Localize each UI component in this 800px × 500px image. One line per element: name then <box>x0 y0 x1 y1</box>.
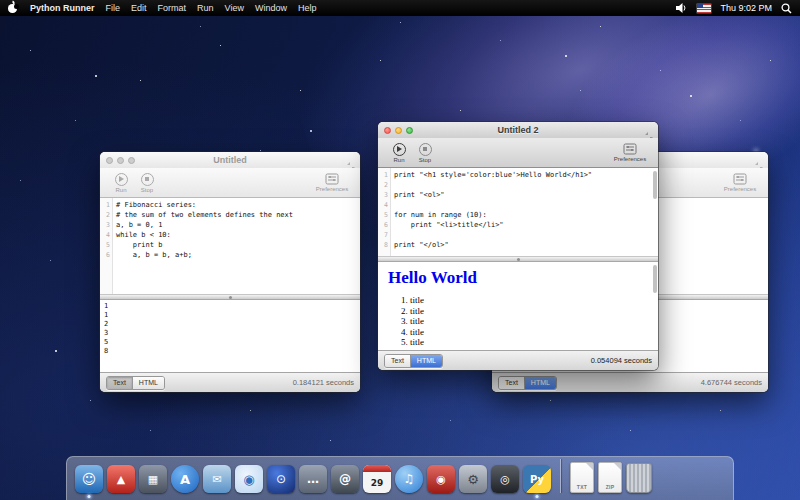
code-editor[interactable]: 1 2 3 4 5 6 7 8 print "<h1 style='color:… <box>378 168 658 256</box>
fullscreen-icon[interactable] <box>755 156 763 164</box>
code-line: print "<ol>" <box>394 190 658 200</box>
menu-file[interactable]: File <box>106 3 121 13</box>
rocket-icon: ▲ <box>107 465 135 493</box>
menu-app-name[interactable]: Python Runner <box>30 3 95 13</box>
splitter-grip-icon <box>517 258 520 261</box>
output-line: 3 <box>104 329 356 338</box>
menu-run[interactable]: Run <box>197 3 214 13</box>
camera-icon: ◎ <box>491 465 519 493</box>
stop-button[interactable]: Stop <box>412 143 438 163</box>
dock-icon-rocket[interactable]: ▲ <box>107 465 135 493</box>
zoom-button[interactable] <box>406 127 413 134</box>
scrollbar-thumb[interactable] <box>653 265 657 293</box>
minimize-button[interactable] <box>117 157 124 164</box>
title-bar[interactable]: Untitled <box>100 152 360 168</box>
minimize-button[interactable] <box>395 127 402 134</box>
dock-icon-calendar[interactable]: 29 <box>363 465 391 493</box>
output-line: 1 <box>104 302 356 311</box>
code-lines: print "<h1 style='color:blue'>Hello Worl… <box>391 168 658 256</box>
spotlight-icon[interactable] <box>781 3 792 14</box>
dock-separator <box>560 459 561 493</box>
html-output-pane[interactable]: Hello World title title title title titl… <box>378 262 658 350</box>
output-list: title title title title title title <box>410 295 648 350</box>
stop-icon <box>419 143 432 156</box>
dock-icon-safari[interactable]: ◉ <box>235 465 263 493</box>
text-mode-button[interactable]: Text <box>107 377 132 389</box>
list-item: title <box>410 348 648 351</box>
dock-icon-chat[interactable]: … <box>299 465 327 493</box>
menu-clock[interactable]: Thu 9:02 PM <box>720 3 772 13</box>
toolbar: Run Stop Preferences <box>378 138 658 168</box>
chat-icon: … <box>299 465 327 493</box>
window-title: Untitled 2 <box>378 125 658 135</box>
dock-icon-trash[interactable] <box>626 463 652 493</box>
dock-icon-system-preferences[interactable]: ⚙ <box>459 465 487 493</box>
zip-document-icon: ZIP <box>598 462 622 493</box>
mail-icon: ✉ <box>203 465 231 493</box>
output-line: 1 <box>104 311 356 320</box>
dock-icon-camera[interactable]: ◎ <box>491 465 519 493</box>
stop-button[interactable]: Stop <box>134 173 160 193</box>
line-numbers: 1 2 3 4 5 6 <box>100 198 113 294</box>
dock-icon-txt-file[interactable]: TXT <box>570 462 594 493</box>
safari-compass-icon: ◉ <box>235 465 263 493</box>
text-mode-button[interactable]: Text <box>499 377 524 389</box>
preferences-button[interactable]: Preferences <box>312 173 352 192</box>
close-button[interactable] <box>106 157 113 164</box>
preferences-button[interactable]: Preferences <box>720 173 760 192</box>
dock-icon-app-store[interactable]: A <box>171 465 199 493</box>
output-pane[interactable]: 1 1 2 3 5 8 <box>100 300 360 372</box>
code-line: print b <box>116 240 360 250</box>
app-store-icon: A <box>171 465 199 493</box>
run-label: Run <box>115 187 126 193</box>
text-mode-button[interactable]: Text <box>385 355 410 367</box>
dock-icon-network-globe[interactable]: ⊙ <box>267 465 295 493</box>
globe-icon: ⊙ <box>267 465 295 493</box>
dock-icon-python-runner[interactable]: Py <box>523 465 551 493</box>
run-button[interactable]: Run <box>108 173 134 193</box>
zoom-button[interactable] <box>128 157 135 164</box>
menu-help[interactable]: Help <box>298 3 317 13</box>
code-editor[interactable]: 1 2 3 4 5 6 # Fibonacci series: # the su… <box>100 198 360 294</box>
us-flag-input-source-icon[interactable] <box>697 4 711 13</box>
finder-icon: ☺ <box>75 465 103 493</box>
html-mode-button[interactable]: HTML <box>132 377 164 389</box>
dock-icon-zip-file[interactable]: ZIP <box>598 462 622 493</box>
output-mode-switch: Text HTML <box>384 354 443 368</box>
run-button[interactable]: Run <box>386 143 412 163</box>
dock-icon-itunes[interactable]: ♫ <box>395 465 423 493</box>
volume-icon[interactable] <box>676 3 688 13</box>
window-title: Untitled <box>100 155 360 165</box>
menu-view[interactable]: View <box>225 3 244 13</box>
code-line <box>394 180 658 190</box>
dock-icon-mail[interactable]: ✉ <box>203 465 231 493</box>
list-item: title <box>410 306 648 317</box>
dock-icon-contacts[interactable]: @ <box>331 465 359 493</box>
fullscreen-icon[interactable] <box>347 156 355 164</box>
menu-window[interactable]: Window <box>255 3 287 13</box>
close-button[interactable] <box>384 127 391 134</box>
preferences-button[interactable]: Preferences <box>610 143 650 162</box>
dock-icon-finder[interactable]: ☺ <box>75 465 103 493</box>
running-indicator <box>536 495 539 498</box>
apple-menu[interactable] <box>8 2 19 14</box>
html-mode-button[interactable]: HTML <box>410 355 442 367</box>
menu-format[interactable]: Format <box>158 3 187 13</box>
dock-icon-photo-booth[interactable]: ◉ <box>427 465 455 493</box>
run-icon <box>115 173 128 186</box>
fullscreen-icon[interactable] <box>645 126 653 134</box>
camera-lens-icon: ◉ <box>427 465 455 493</box>
stop-icon <box>141 173 154 186</box>
code-line: # Fibonacci series: <box>116 200 360 210</box>
output-line: 8 <box>104 347 356 356</box>
html-mode-button[interactable]: HTML <box>524 377 556 389</box>
apple-logo-icon <box>8 4 17 13</box>
title-bar[interactable]: Untitled 2 <box>378 122 658 138</box>
menu-edit[interactable]: Edit <box>131 3 147 13</box>
window-untitled: Untitled Run Stop Preferences 1 2 3 4 5 … <box>100 152 360 392</box>
window-untitled-2: Untitled 2 Run Stop Preferences 1 2 3 4 … <box>378 122 658 370</box>
dock-icon-mission-control[interactable]: ▦ <box>139 465 167 493</box>
list-item: title <box>410 316 648 327</box>
preferences-label: Preferences <box>724 186 756 192</box>
scrollbar-thumb[interactable] <box>653 171 657 199</box>
